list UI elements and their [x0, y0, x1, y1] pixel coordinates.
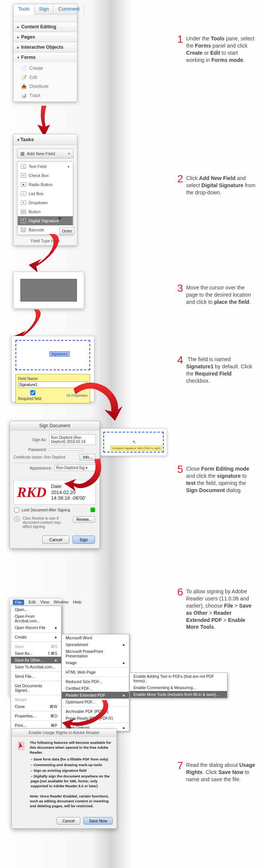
- mi-send-file[interactable]: Send File...: [11, 673, 61, 680]
- appearance-select[interactable]: Ron-Depford-Sig ▾: [54, 465, 96, 471]
- review-button[interactable]: Review...: [73, 516, 95, 523]
- field-dropdown[interactable]: ▾Dropdown: [18, 198, 73, 207]
- field-digital-signature[interactable]: ✎Digital Signature: [18, 216, 73, 225]
- sign-as-label: Sign As:: [14, 437, 47, 442]
- menu-file[interactable]: File: [13, 600, 24, 605]
- mi-reduced[interactable]: Reduced Size PDF...: [62, 678, 129, 685]
- forms-create[interactable]: 📄Create: [14, 64, 77, 73]
- step-number: 1: [177, 34, 183, 64]
- mi-revert[interactable]: Revert: [11, 696, 61, 703]
- all-properties-link[interactable]: All Properties: [66, 393, 88, 397]
- mi-save-acrobat[interactable]: Save To Acrobat.com...: [11, 663, 61, 670]
- field-properties-popup: Field Name: Required field All Propertie…: [15, 374, 90, 403]
- tab-bar: Tools Sign Comment: [14, 4, 77, 15]
- forms-track[interactable]: 📊Track: [14, 91, 77, 100]
- step-5: 5 Close Form Editing mode and click the …: [177, 464, 256, 494]
- mi-archivable[interactable]: Archivable PDF (PDF/A): [62, 708, 129, 715]
- mi-word[interactable]: Microsoft Word: [62, 634, 129, 641]
- mi-reader-extended[interactable]: Reader Extended PDF▸: [62, 692, 129, 699]
- signature-icon: ✎: [21, 219, 26, 223]
- field-radio[interactable]: ◉Radio Button: [18, 180, 73, 189]
- mi-spreadsheet[interactable]: Spreadsheet▸: [62, 641, 129, 648]
- barcode-icon: ║║: [21, 228, 26, 232]
- mi-image[interactable]: Image▸: [62, 659, 129, 666]
- menu-edit[interactable]: Edit: [29, 600, 36, 605]
- cursor-icon: ↖: [132, 439, 136, 445]
- tab-comment[interactable]: Comment: [54, 4, 84, 14]
- step-1: 1 Under the Tools pane, select the Forms…: [177, 34, 256, 64]
- listbox-icon: ≡: [21, 191, 26, 196]
- mi-html[interactable]: HTML Web Page: [62, 669, 129, 676]
- mi-optimized[interactable]: Optimized PDF...: [62, 699, 129, 705]
- acc-pages[interactable]: Pages: [14, 32, 77, 42]
- radio-icon: ◉: [21, 182, 26, 187]
- menu-view[interactable]: View: [40, 600, 49, 605]
- mi-close[interactable]: Close⌘W: [11, 703, 61, 710]
- add-field-icon: ▦: [20, 151, 25, 156]
- signature-field-label: Signature1: [49, 351, 70, 357]
- field-checkbox[interactable]: ☑Check Box: [18, 171, 73, 180]
- sign-as-select[interactable]: Ron Depford (Ron Depford) 2019.02.16: [49, 434, 96, 445]
- checkbox-icon: ☑: [21, 173, 26, 178]
- mi-ppt[interactable]: Microsoft PowerPoint Presentation: [62, 648, 129, 659]
- lock-document-checkbox[interactable]: [14, 508, 19, 512]
- mi-enable-commenting[interactable]: Enable Commenting & Measuring...: [130, 684, 227, 691]
- step-number: 5: [177, 464, 183, 494]
- add-new-field-button[interactable]: ▦ Add New Field: [17, 149, 74, 159]
- mi-open-recent[interactable]: Open Recent File▸: [11, 624, 61, 631]
- acc-interactive-objects[interactable]: Interactive Objects: [14, 42, 77, 52]
- acc-forms[interactable]: Forms: [14, 52, 77, 62]
- cancel-button[interactable]: Cancel: [57, 817, 80, 825]
- info-button[interactable]: Info...: [80, 454, 96, 460]
- mi-open[interactable]: Open...: [11, 606, 61, 613]
- field-text[interactable]: T|Text Field▸: [18, 162, 73, 171]
- save-as-other-submenu: Microsoft Word Spreadsheet▸ Microsoft Po…: [61, 634, 129, 731]
- mi-save[interactable]: Save⌘S: [11, 643, 61, 650]
- step-7: 7 Read the dialog about Usage Rights. Cl…: [177, 760, 256, 783]
- file-dropdown: Open... Open From Acrobat.com... Open Re…: [11, 606, 61, 729]
- tab-tools[interactable]: Tools: [14, 4, 34, 15]
- step-number: 2: [177, 174, 183, 196]
- forms-edit[interactable]: 📝Edit: [14, 73, 77, 82]
- mi-enable-more-tools[interactable]: Enable More Tools (includes form fill-in…: [130, 691, 227, 698]
- field-name-input[interactable]: [18, 382, 87, 388]
- mi-print[interactable]: Print...⌘P: [11, 722, 61, 729]
- menu-window[interactable]: Window: [54, 600, 68, 605]
- mi-get-signed[interactable]: Get Documents Signed...: [11, 682, 61, 694]
- signature-placeholder-area[interactable]: [20, 279, 77, 302]
- required-field-checkbox[interactable]: Required field: [18, 389, 48, 401]
- button-icon: OK: [21, 209, 26, 214]
- mi-save-as-other[interactable]: Save As Other...▸: [11, 657, 61, 663]
- tab-sign[interactable]: Sign: [34, 4, 54, 14]
- info-icon: i: [14, 516, 20, 522]
- mi-certified[interactable]: Certified PDF...: [62, 685, 129, 692]
- mi-create[interactable]: Create▸: [11, 634, 61, 640]
- step-text: Close Form Editing mode and click the si…: [186, 464, 256, 494]
- step-text: Under the Tools pane, select the Forms p…: [186, 34, 256, 64]
- tools-pane: Tools Sign Comment Content Editing Pages…: [13, 4, 77, 102]
- mi-save-as[interactable]: Save As...⇧⌘S: [11, 650, 61, 657]
- mi-press-ready[interactable]: Press-Ready PDF (PDF/X): [62, 715, 129, 722]
- cancel-button[interactable]: Cancel: [42, 536, 69, 544]
- dialog-title: Enable Usage Rights in Adobe Reader: [12, 729, 117, 737]
- tab-order-button[interactable]: Order: [59, 227, 75, 235]
- step-text: Read the dialog about Usage Rights. Clic…: [186, 760, 256, 783]
- mi-open-acrobat[interactable]: Open From Acrobat.com...: [11, 613, 61, 624]
- unsigned-signature-field[interactable]: ↖ Unsigned signature field (Click to sig…: [103, 432, 164, 452]
- tasks-header[interactable]: Tasks: [14, 134, 77, 145]
- unsigned-tooltip: Unsigned signature field (Click to sign): [111, 446, 162, 451]
- mi-properties[interactable]: Properties...⌘D: [11, 713, 61, 719]
- dropdown-icon: ▾: [21, 200, 26, 205]
- mi-enable-adding-text[interactable]: Enable Adding Text in PDFs (that are not…: [130, 673, 227, 684]
- field-button[interactable]: OKButton: [18, 207, 73, 216]
- cert-issuer-label: Certificate Issuer: Ron Depford: [14, 455, 77, 459]
- forms-distribute[interactable]: 📤Distribute: [14, 82, 77, 91]
- field-listbox[interactable]: ≡List Box: [18, 189, 73, 198]
- sign-button[interactable]: Sign: [72, 536, 95, 544]
- acc-content-editing[interactable]: Content Editing: [14, 22, 77, 32]
- password-input[interactable]: [49, 448, 83, 451]
- menu-help[interactable]: Help: [73, 600, 81, 605]
- review-note: Click Review to see if document content …: [23, 516, 70, 529]
- field-type-help[interactable]: Field Type Help: [14, 236, 77, 245]
- save-now-button[interactable]: Save Now: [83, 817, 113, 825]
